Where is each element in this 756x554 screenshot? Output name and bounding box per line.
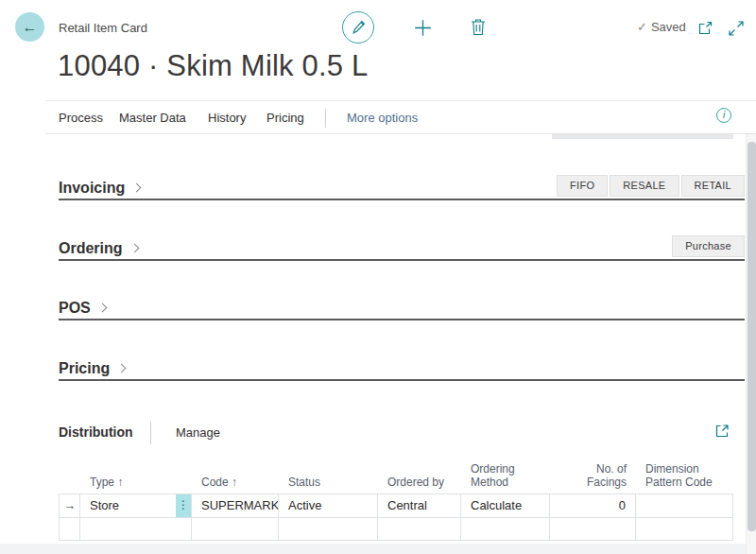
- plus-icon: [414, 19, 432, 37]
- cell-status[interactable]: Active: [279, 494, 378, 517]
- page-caption: Retail Item Card: [59, 21, 147, 35]
- more-options-button[interactable]: More options: [347, 111, 418, 125]
- cell-empty[interactable]: [59, 518, 80, 540]
- fasttab-invoicing: Invoicing FIFO RESALE RETAIL: [59, 174, 745, 200]
- tag-purchase[interactable]: Purchase: [672, 235, 745, 257]
- retail-item-card-page: ← Retail Item Card ✓ Saved 10040 · Skim …: [0, 0, 756, 554]
- column-header-selector: [59, 489, 80, 493]
- table-header-row: Type ↑ Code ↑ Status Ordered by Ordering…: [59, 461, 733, 493]
- table-row-empty: [59, 517, 733, 541]
- chevron-right-icon: [117, 364, 127, 373]
- delete-button[interactable]: [470, 17, 487, 37]
- focus-mode-icon: [714, 424, 730, 439]
- sort-ascending-icon: ↑: [117, 476, 123, 489]
- column-header-code[interactable]: Code ↑: [192, 476, 279, 493]
- pencil-icon: [351, 20, 367, 36]
- tag-retail[interactable]: RETAIL: [681, 175, 746, 197]
- back-arrow-icon: ←: [23, 19, 38, 36]
- menu-item-history[interactable]: History: [208, 111, 246, 125]
- save-status: ✓ Saved: [637, 20, 686, 34]
- cell-type[interactable]: Store ⋮: [80, 494, 192, 517]
- section-header-pricing[interactable]: Pricing: [59, 360, 125, 377]
- expand-arrows-icon: [729, 21, 744, 36]
- chevron-right-icon: [97, 303, 107, 313]
- fasttab-pricing: Pricing: [59, 355, 745, 381]
- menu-item-process[interactable]: Process: [59, 111, 103, 125]
- cell-empty[interactable]: [636, 518, 733, 540]
- expand-button[interactable]: [728, 20, 744, 36]
- cell-empty[interactable]: [461, 518, 550, 540]
- cell-empty[interactable]: [550, 518, 636, 540]
- menu-item-master-data[interactable]: Master Data: [119, 111, 186, 125]
- new-button[interactable]: [413, 18, 432, 37]
- open-in-new-window-icon: [697, 21, 713, 36]
- trash-icon: [471, 18, 486, 36]
- column-header-no-of-facings[interactable]: No. of Facings: [550, 462, 636, 493]
- open-in-new-window-button[interactable]: [696, 20, 713, 36]
- column-header-ordered-by[interactable]: Ordered by: [378, 476, 461, 493]
- menu-item-pricing[interactable]: Pricing: [266, 111, 304, 125]
- manage-menu-button[interactable]: Manage: [176, 425, 220, 440]
- cell-code[interactable]: SUPERMARK: [192, 494, 279, 517]
- divider: [45, 100, 756, 101]
- distribution-header: Distribution Manage: [59, 422, 745, 446]
- column-header-status[interactable]: Status: [279, 476, 378, 493]
- tag-resale[interactable]: RESALE: [610, 175, 679, 197]
- active-row-marker: →: [59, 494, 80, 517]
- cell-empty[interactable]: [192, 518, 279, 540]
- cell-no-of-facings[interactable]: 0: [550, 494, 636, 517]
- fasttab-ordering: Ordering Purchase: [59, 234, 745, 261]
- invoicing-tags: FIFO RESALE RETAIL: [557, 175, 745, 197]
- cell-dimension-pattern-code[interactable]: [636, 494, 733, 517]
- tag-fifo[interactable]: FIFO: [557, 175, 608, 197]
- info-icon[interactable]: i: [716, 108, 731, 123]
- chevron-right-icon: [132, 183, 142, 193]
- edit-button[interactable]: [342, 11, 374, 43]
- cell-ordering-method[interactable]: Calculate: [461, 494, 550, 517]
- section-header-pos[interactable]: POS: [59, 300, 106, 317]
- column-header-ordering-method[interactable]: Ordering Method: [461, 462, 550, 493]
- saved-label: Saved: [651, 20, 686, 34]
- menu-divider: [325, 109, 326, 128]
- chevron-right-icon: [129, 244, 139, 253]
- distribution-table: Type ↑ Code ↑ Status Ordered by Ordering…: [59, 461, 733, 541]
- cell-ordered-by[interactable]: Central: [378, 494, 461, 517]
- focus-mode-button[interactable]: [714, 424, 730, 439]
- page-title: 10040 · Skim Milk 0.5 L: [58, 49, 369, 83]
- section-header-ordering[interactable]: Ordering: [59, 240, 138, 257]
- distribution-title: Distribution: [59, 424, 133, 440]
- column-header-dimension-pattern-code[interactable]: Dimension Pattern Code: [636, 462, 733, 493]
- back-button[interactable]: ←: [15, 12, 44, 42]
- page-background-strip: [0, 544, 756, 554]
- ordering-tags: Purchase: [672, 235, 745, 257]
- scrollbar-thumb[interactable]: [747, 142, 756, 531]
- cell-empty[interactable]: [378, 518, 461, 540]
- ellipsis-vertical-icon: ⋮: [178, 498, 189, 511]
- row-arrow-icon: →: [63, 498, 76, 512]
- scrolled-tags-remnant: [552, 134, 733, 139]
- part-divider: [150, 422, 151, 444]
- section-header-invoicing[interactable]: Invoicing: [59, 180, 140, 197]
- table-row: → Store ⋮ SUPERMARK Active Central Calcu…: [59, 493, 733, 517]
- sort-ascending-icon: ↑: [232, 476, 237, 489]
- cell-empty[interactable]: [279, 518, 378, 540]
- check-icon: ✓: [637, 20, 647, 34]
- column-header-type[interactable]: Type ↑: [80, 476, 192, 493]
- fasttab-pos: POS: [59, 294, 745, 320]
- assist-edit-button[interactable]: ⋮: [176, 494, 191, 517]
- cell-empty[interactable]: [80, 518, 192, 540]
- vertical-scrollbar[interactable]: [746, 134, 756, 554]
